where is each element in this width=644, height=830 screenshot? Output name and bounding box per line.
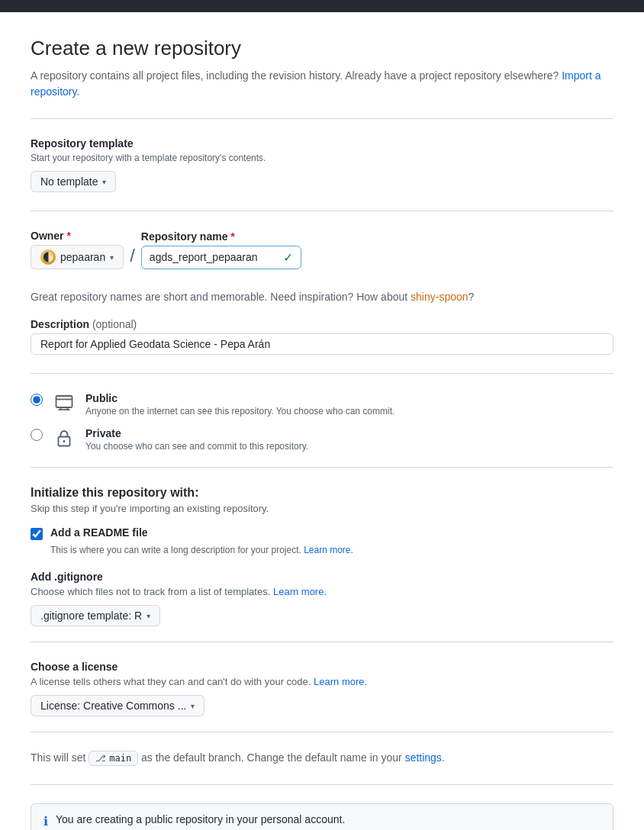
license-section: Choose a license A license tells others … (31, 661, 613, 716)
template-divider (31, 211, 613, 211)
svg-rect-0 (56, 396, 72, 407)
public-content: Public Anyone on the internet can see th… (85, 392, 394, 417)
initialize-desc: Skip this step if you're importing an ex… (31, 503, 613, 514)
visibility-section: Public Anyone on the internet can see th… (31, 392, 613, 452)
template-label: Repository template (31, 137, 613, 150)
branch-info: This will set ⎇ main as the default bran… (31, 751, 613, 766)
initialize-section: Initialize this repository with: Skip th… (31, 486, 613, 555)
owner-name: pepaaran (60, 251, 105, 263)
private-content: Private You choose who can see and commi… (85, 427, 308, 452)
gitignore-dropdown-label: .gitignore template: R (40, 610, 142, 622)
owner-field-group: Owner * 🌓 pepaaran ▾ (31, 230, 124, 269)
repository-template-section: Repository template Start your repositor… (31, 137, 613, 192)
template-dropdown-caret: ▾ (102, 178, 106, 186)
owner-dropdown-button[interactable]: 🌓 pepaaran ▾ (31, 245, 124, 269)
gitignore-learn-more-link[interactable]: Learn more. (273, 586, 327, 597)
gitignore-title: Add .gitignore (31, 571, 613, 583)
section-divider (31, 118, 613, 119)
inspiration-text: Great repository names are short and mem… (31, 291, 613, 303)
top-navigation-bar (0, 0, 644, 12)
owner-caret: ▾ (110, 253, 114, 262)
info-icon: ℹ (43, 814, 48, 828)
branch-settings-link[interactable]: settings. (405, 751, 445, 764)
public-radio[interactable] (31, 394, 43, 406)
license-divider (31, 732, 613, 732)
owner-label: Owner * (31, 230, 124, 242)
description-input[interactable] (31, 333, 613, 355)
private-icon (52, 426, 76, 450)
repo-name-required-star: * (230, 230, 234, 243)
license-caret: ▾ (191, 702, 195, 710)
page-title: Create a new repository (31, 37, 613, 60)
repo-name-valid-icon: ✓ (283, 250, 293, 265)
template-dropdown-button[interactable]: No template ▾ (31, 171, 116, 192)
branch-name: main (109, 753, 131, 764)
private-radio[interactable] (31, 429, 43, 441)
gitignore-divider (31, 642, 613, 642)
branch-icon: ⎇ (95, 753, 106, 764)
license-desc: A license tells others what they can and… (31, 676, 613, 687)
repo-name-input[interactable] (150, 251, 283, 263)
visibility-divider (31, 467, 613, 468)
repo-name-label: Repository name * (141, 230, 301, 243)
info-text: You are creating a public repository in … (56, 813, 345, 825)
readme-label: Add a README file (50, 526, 148, 539)
repo-name-wrapper: ✓ (141, 246, 301, 269)
description-label: Description (optional) (31, 318, 613, 330)
readme-sublabel: This is where you can write a long descr… (50, 545, 613, 555)
template-dropdown-label: No template (40, 175, 98, 188)
desc-divider (31, 373, 613, 374)
public-option: Public Anyone on the internet can see th… (31, 392, 613, 417)
readme-checkbox-row: Add a README file (31, 526, 613, 540)
owner-repo-row: Owner * 🌓 pepaaran ▾ / Repository name *… (31, 230, 613, 281)
license-dropdown-button[interactable]: License: Creative Commons ... ▾ (31, 695, 204, 716)
license-title: Choose a license (31, 661, 613, 673)
info-box: ℹ You are creating a public repository i… (31, 803, 613, 830)
initialize-title: Initialize this repository with: (31, 486, 613, 500)
public-title: Public (85, 392, 394, 404)
gitignore-dropdown-button[interactable]: .gitignore template: R ▾ (31, 605, 160, 626)
owner-required-star: * (66, 230, 70, 242)
svg-point-6 (63, 440, 66, 442)
private-desc: You choose who can see and commit to thi… (85, 441, 308, 452)
description-section: Description (optional) (31, 318, 613, 355)
gitignore-caret: ▾ (147, 612, 150, 620)
suggestion-link[interactable]: shiny-spoon (411, 291, 469, 303)
template-sublabel: Start your repository with a template re… (31, 153, 613, 163)
readme-learn-more-link[interactable]: Learn more. (304, 545, 353, 555)
gitignore-section: Add .gitignore Choose which files not to… (31, 571, 613, 626)
page-description: A repository contains all project files,… (31, 68, 613, 100)
branch-divider (31, 784, 613, 785)
branch-badge: ⎇ main (89, 751, 138, 766)
public-icon (52, 391, 76, 415)
license-learn-more-link[interactable]: Learn more. (314, 676, 367, 687)
license-dropdown-label: License: Creative Commons ... (40, 700, 186, 712)
gitignore-desc: Choose which files not to track from a l… (31, 586, 613, 597)
public-desc: Anyone on the internet can see this repo… (85, 406, 394, 417)
owner-repo-slash: / (130, 245, 135, 266)
private-title: Private (85, 427, 308, 439)
owner-avatar: 🌓 (40, 249, 56, 265)
private-option: Private You choose who can see and commi… (31, 427, 613, 452)
repo-name-field-group: Repository name * ✓ (141, 230, 301, 269)
readme-checkbox[interactable] (31, 528, 43, 540)
